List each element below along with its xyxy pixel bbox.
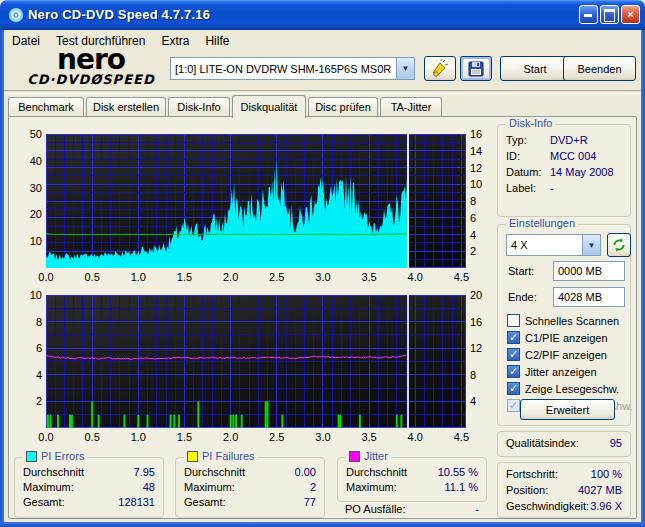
right-axis-tick-label: 20 xyxy=(470,289,496,301)
title-bar[interactable]: Nero CD-DVD Speed 4.7.7.16 × xyxy=(0,0,645,30)
po-failures-value: - xyxy=(475,503,479,515)
x-tick-label: 4.0 xyxy=(402,271,428,283)
x-tick-label: 3.0 xyxy=(310,431,336,443)
checkbox-c1-pie-anzeigen[interactable]: ✓ xyxy=(507,331,520,344)
pi-errors-chart xyxy=(46,134,466,268)
checkbox-zeige-lesegeschw[interactable]: ✓ xyxy=(507,382,520,395)
window-title: Nero CD-DVD Speed 4.7.7.16 xyxy=(28,7,210,22)
advanced-button[interactable]: Erweitert xyxy=(520,399,615,420)
stat-label-pi-failures-gesamt: Gesamt: xyxy=(184,496,304,508)
x-tick-label: 1.0 xyxy=(125,431,151,443)
tab-disk-info[interactable]: Disk-Info xyxy=(168,97,230,117)
disk-info-value-typ: DVD+R xyxy=(550,134,588,146)
x-tick-label: 4.0 xyxy=(402,431,428,443)
bar-pi-failures xyxy=(230,415,232,428)
close-icon: × xyxy=(627,8,633,20)
left-axis-tick-label: 50 xyxy=(16,128,42,140)
stat-label-jitter-maximum: Maximum: xyxy=(346,481,445,493)
progress-groupbox: Fortschritt:100 %Position:4027 MBGeschwi… xyxy=(497,462,631,518)
checkbox-row-zeige-lesegeschw[interactable]: ✓Zeige Lesegeschw. xyxy=(507,381,619,396)
cd-dvd-speed-logo-text: CD·DVDØSPEED xyxy=(16,72,166,87)
checkbox-row-c1-pie-anzeigen[interactable]: ✓C1/PIE anzeigen xyxy=(507,330,608,345)
progress-label-fortschritt: Fortschritt: xyxy=(506,468,591,480)
stats-groupbox-pi-errors: PI ErrorsDurchschnitt7.95Maximum:48Gesam… xyxy=(14,457,164,518)
tab-benchmark[interactable]: Benchmark xyxy=(8,97,84,117)
x-tick-label: 1.5 xyxy=(171,271,197,283)
right-axis-tick-label: 4 xyxy=(470,229,496,241)
quality-index-value: 95 xyxy=(610,437,622,449)
checkbox-row-jitter-anzeigen[interactable]: ✓Jitter anzeigen xyxy=(507,364,597,379)
end-position-input[interactable] xyxy=(553,287,625,307)
stat-value-pi-errors-maximum: 48 xyxy=(143,481,155,493)
checkbox-schnelles-scannen[interactable] xyxy=(507,314,520,327)
quality-index-groupbox: Qualitätsindex: 95 xyxy=(497,431,631,457)
bar-pi-failures xyxy=(267,401,269,428)
checkbox-row-schnelles-scannen[interactable]: Schnelles Scannen xyxy=(507,313,619,328)
series-jitter xyxy=(46,355,406,359)
bar-pi-failures xyxy=(47,415,49,428)
close-button[interactable]: × xyxy=(621,5,640,24)
bar-pi-failures xyxy=(241,415,243,428)
stats-groupbox-jitter: JitterDurchschnitt10.55 %Maximum:11.1 % xyxy=(337,457,487,502)
left-axis-tick-label: 30 xyxy=(16,182,42,194)
bar-pi-failures xyxy=(359,415,361,428)
quit-button[interactable]: Beenden xyxy=(563,56,636,81)
stat-label-pi-errors-maximum: Maximum: xyxy=(23,481,143,493)
checkbox-c2-pif-anzeigen[interactable]: ✓ xyxy=(507,348,520,361)
tab-disc-pr-fen[interactable]: Disc prüfen xyxy=(308,97,378,117)
x-tick-label: 2.5 xyxy=(264,431,290,443)
settings-groupbox: Einstellungen 4 X ▼ Start: Ende: Schnell… xyxy=(497,224,631,426)
stat-value-pi-failures-maximum: 2 xyxy=(310,481,316,493)
chevron-down-icon[interactable]: ▼ xyxy=(582,235,600,255)
drive-select[interactable]: [1:0] LITE-ON DVDRW SHM-165P6S MS0R ▼ xyxy=(170,57,415,80)
stat-label-pi-errors-gesamt: Gesamt: xyxy=(23,496,118,508)
chart-canvas xyxy=(46,295,466,428)
refresh-button[interactable] xyxy=(607,233,631,257)
stats-title-pi-errors: PI Errors xyxy=(41,450,84,462)
x-tick-label: 1.0 xyxy=(125,271,151,283)
chevron-down-icon[interactable]: ▼ xyxy=(396,58,414,79)
minimize-button[interactable] xyxy=(579,5,598,24)
start-button[interactable]: Start xyxy=(500,56,570,81)
bar-pi-failures xyxy=(339,415,341,428)
tab-ta-jitter[interactable]: TA-Jitter xyxy=(380,97,442,117)
po-failures-label: PO Ausfälle: xyxy=(345,503,475,515)
progress-label-geschwindigkeit: Geschwindigkeit: xyxy=(506,500,590,512)
po-failures-row: PO Ausfälle:- xyxy=(337,503,487,515)
disk-info-groupbox: Disk-Info Typ:DVD+RID:MCC 004Datum:14 Ma… xyxy=(497,124,631,217)
bar-pi-failures xyxy=(57,415,59,428)
bar-pi-failures xyxy=(170,415,172,428)
tab-disk-erstellen[interactable]: Disk erstellen xyxy=(86,97,166,117)
stat-label-pi-errors-durchschnitt: Durchschnitt xyxy=(23,466,134,478)
menu-item-hilfe[interactable]: Hilfe xyxy=(197,32,237,50)
checkbox-label: Zeige Lesegeschw. xyxy=(525,383,619,395)
start-position-input[interactable] xyxy=(553,261,625,281)
checkbox-jitter-anzeigen[interactable]: ✓ xyxy=(507,365,520,378)
x-tick-label: 3.5 xyxy=(356,431,382,443)
pi-failures-jitter-chart xyxy=(46,295,466,428)
menu-item-extra[interactable]: Extra xyxy=(153,32,197,50)
end-field-label: Ende: xyxy=(508,291,537,303)
progress-value-geschwindigkeit: 3.96 X xyxy=(590,500,622,512)
left-axis-tick-label: 8 xyxy=(16,316,42,328)
window-border xyxy=(641,30,645,527)
checkbox-label: C2/PIF anzeigen xyxy=(525,349,607,361)
right-axis-tick-label: 16 xyxy=(470,316,496,328)
speed-select[interactable]: 4 X ▼ xyxy=(506,234,601,256)
tab-diskqualit-t[interactable]: Diskqualität xyxy=(232,95,306,118)
progress-value-position: 4027 MB xyxy=(578,484,622,496)
eject-disc-button[interactable] xyxy=(424,56,456,81)
start-field-label: Start: xyxy=(508,265,534,277)
stat-label-pi-failures-maximum: Maximum: xyxy=(184,481,310,493)
right-axis-tick-label: 6 xyxy=(470,212,496,224)
checkbox-zeige-schreibgeschw[interactable]: ✓ xyxy=(507,399,520,412)
bar-pi-failures xyxy=(265,401,267,428)
window-border xyxy=(0,522,645,527)
bar-pi-failures xyxy=(71,415,73,428)
disk-info-value-datum: 14 May 2008 xyxy=(550,166,614,178)
save-button[interactable] xyxy=(460,56,492,81)
checkbox-row-c2-pif-anzeigen[interactable]: ✓C2/PIF anzeigen xyxy=(507,347,607,362)
save-floppy-icon xyxy=(466,59,486,79)
menu-item-datei[interactable]: Datei xyxy=(4,32,48,50)
maximize-button[interactable] xyxy=(600,5,619,24)
